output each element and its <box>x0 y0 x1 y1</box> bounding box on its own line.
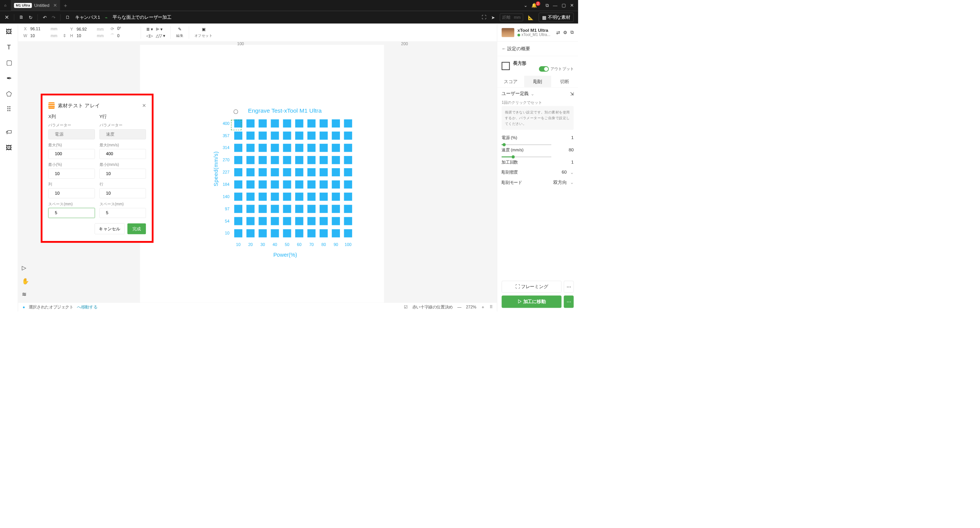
test-cell[interactable] <box>295 168 303 176</box>
test-cell[interactable] <box>283 168 291 176</box>
test-cell[interactable] <box>295 120 303 128</box>
test-cell[interactable] <box>283 131 291 139</box>
x-space-input[interactable] <box>48 208 95 218</box>
maximize-button[interactable]: ▢ <box>562 3 566 8</box>
test-cell[interactable] <box>307 120 315 128</box>
canvas-area[interactable]: 100 200 400 Engrave Test-xTool M1 Ultra … <box>18 42 497 303</box>
processing-mode[interactable]: 平らな面上でのレーザー加工 <box>113 14 171 20</box>
test-cell[interactable] <box>320 168 328 176</box>
test-cell[interactable] <box>295 156 303 164</box>
y-min-input[interactable] <box>100 169 146 179</box>
test-cell[interactable] <box>271 205 279 213</box>
export-icon[interactable]: ⇲ <box>570 91 574 96</box>
test-cell[interactable] <box>307 180 315 189</box>
y-max-input[interactable] <box>100 149 146 159</box>
align-h-icon[interactable]: ≣ ▾ <box>146 26 153 31</box>
test-cell[interactable] <box>234 144 242 152</box>
test-cell[interactable] <box>295 217 303 225</box>
test-cell[interactable] <box>247 120 255 128</box>
flip-v-icon[interactable]: △▽ ▾ <box>156 33 165 38</box>
test-cell[interactable] <box>247 217 255 225</box>
test-cell[interactable] <box>247 205 255 213</box>
checkbox-icon[interactable]: ☑ <box>404 305 407 310</box>
test-cell[interactable] <box>247 168 255 176</box>
test-cell[interactable] <box>234 156 242 164</box>
pen-tool-icon[interactable]: ✒ <box>7 75 12 82</box>
test-cell[interactable] <box>332 217 340 225</box>
gallery-tool-icon[interactable]: 🖼 <box>6 144 12 151</box>
x-parameter-select[interactable] <box>48 129 95 139</box>
test-cell[interactable] <box>283 229 291 237</box>
refresh-icon[interactable]: ↻ <box>29 15 33 20</box>
test-cell[interactable] <box>344 144 352 152</box>
h-value[interactable]: 10 <box>77 33 95 38</box>
tag-tool-icon[interactable]: 🏷 <box>6 128 12 136</box>
complete-button[interactable]: 完成 <box>127 223 146 234</box>
test-cell[interactable] <box>283 144 291 152</box>
test-cell[interactable] <box>320 144 328 152</box>
speed-value[interactable]: 80 <box>560 148 573 153</box>
gear-icon[interactable]: ⚙ <box>563 30 567 35</box>
align-v-icon[interactable]: ⊫ ▾ <box>156 26 163 31</box>
test-cell[interactable] <box>344 156 352 164</box>
test-cell[interactable] <box>344 229 352 237</box>
distance-input[interactable]: 距離 mm <box>500 13 523 21</box>
process-more-button[interactable]: ⋯ <box>564 295 574 308</box>
lock-aspect-icon[interactable]: ⇕ <box>63 33 66 38</box>
layers-icon[interactable]: ≋ <box>22 291 29 298</box>
test-cell[interactable] <box>320 217 328 225</box>
test-cell[interactable] <box>332 131 340 139</box>
test-cell[interactable] <box>247 180 255 189</box>
test-cell[interactable] <box>320 193 328 201</box>
test-cell[interactable] <box>259 193 267 201</box>
power-value[interactable]: 1 <box>560 135 573 141</box>
y-space-input[interactable] <box>100 208 146 218</box>
cursor-icon[interactable]: ➤ <box>491 15 495 20</box>
test-cell[interactable] <box>259 229 267 237</box>
test-cell[interactable] <box>307 229 315 237</box>
minimize-button[interactable]: — <box>553 3 557 8</box>
test-cell[interactable] <box>344 217 352 225</box>
notification-icon[interactable]: 🔔2 <box>531 3 542 8</box>
text-tool-icon[interactable]: T <box>7 44 11 51</box>
test-cell[interactable] <box>344 205 352 213</box>
close-dialog-button[interactable]: ✕ <box>142 103 146 108</box>
test-cell[interactable] <box>259 144 267 152</box>
copy-icon[interactable]: ⧉ <box>546 3 549 8</box>
zoom-out-button[interactable]: — <box>457 305 462 309</box>
test-cell[interactable] <box>271 229 279 237</box>
test-cell[interactable] <box>283 217 291 225</box>
settings-overview-header[interactable]: ← 設定の概要 <box>497 42 578 56</box>
output-toggle[interactable] <box>539 66 549 72</box>
zoom-value[interactable]: 272% <box>466 305 476 309</box>
speed-slider[interactable] <box>501 156 551 157</box>
test-cell[interactable] <box>307 168 315 176</box>
test-cell[interactable] <box>295 131 303 139</box>
test-cell[interactable] <box>283 120 291 128</box>
density-value[interactable]: 60 <box>553 170 567 175</box>
home-button[interactable]: ⌂ <box>0 0 11 11</box>
test-cell[interactable] <box>247 131 255 139</box>
test-cell[interactable] <box>271 156 279 164</box>
offset-icon[interactable]: ▣ <box>194 27 212 32</box>
test-cell[interactable] <box>332 229 340 237</box>
hand-tool-icon[interactable]: ✋ <box>22 278 29 285</box>
test-cell[interactable] <box>332 156 340 164</box>
process-button[interactable]: ▷ 加工に移動 <box>501 295 561 308</box>
x-cols-input[interactable] <box>48 188 95 198</box>
corner-value[interactable]: 0 <box>117 33 135 38</box>
test-cell[interactable] <box>332 193 340 201</box>
test-cell[interactable] <box>307 205 315 213</box>
test-cell[interactable] <box>234 205 242 213</box>
test-cell[interactable] <box>283 156 291 164</box>
test-cell[interactable] <box>344 180 352 189</box>
apps-tool-icon[interactable]: ⠿ <box>7 106 11 113</box>
test-cell[interactable] <box>234 193 242 201</box>
test-cell[interactable] <box>307 193 315 201</box>
save-icon[interactable]: 🗎 <box>19 15 24 20</box>
test-cell[interactable] <box>259 168 267 176</box>
test-cell[interactable] <box>247 156 255 164</box>
test-cell[interactable] <box>320 156 328 164</box>
test-cell[interactable] <box>259 131 267 139</box>
expand-icon[interactable]: ⧉ <box>570 30 573 35</box>
